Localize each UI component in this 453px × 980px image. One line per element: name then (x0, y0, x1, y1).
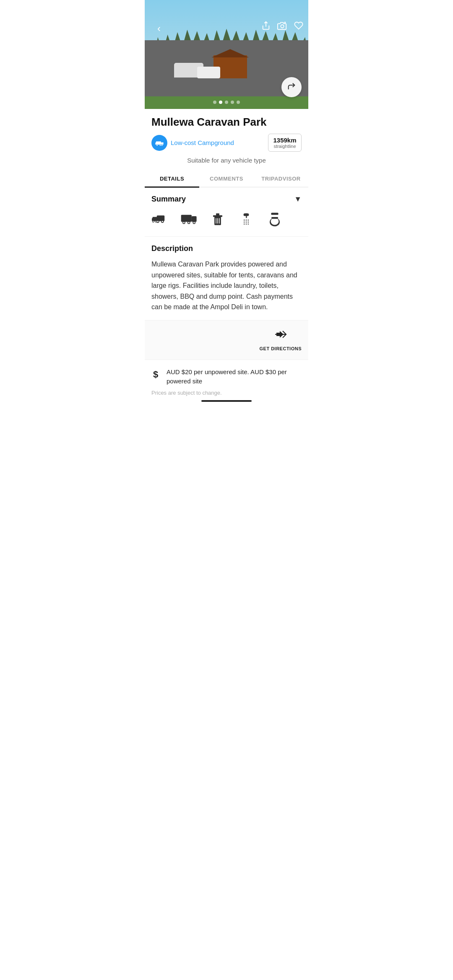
amenity-dump-point (208, 210, 227, 229)
directions-section: GET DIRECTIONS (145, 321, 308, 360)
back-button[interactable]: ‹ (151, 21, 167, 36)
back-chevron-icon: ‹ (157, 23, 161, 34)
pricing-row: $ AUD $20 per unpowered site. AUD $30 pe… (151, 367, 302, 386)
pricing-section: $ AUD $20 per unpowered site. AUD $30 pe… (145, 360, 308, 409)
description-section: Description Mullewa Caravan Park provide… (145, 237, 308, 321)
svg-rect-53 (271, 217, 278, 219)
svg-text:$: $ (153, 369, 158, 380)
tab-comments[interactable]: COMMENTS (199, 171, 254, 187)
svg-point-16 (157, 221, 159, 222)
svg-rect-11 (161, 142, 164, 145)
place-title: Mullewa Caravan Park (151, 116, 302, 129)
camera-add-icon[interactable] (277, 21, 287, 33)
svg-rect-8 (155, 142, 156, 145)
distance-value: 1359km (273, 137, 297, 144)
svg-point-46 (248, 222, 249, 222)
svg-point-9 (156, 144, 158, 145)
directions-icon (274, 329, 287, 344)
svg-point-49 (248, 224, 249, 225)
chevron-down-icon: ▼ (294, 195, 302, 204)
svg-point-12 (161, 144, 162, 145)
hero-action-icons (261, 21, 303, 33)
svg-point-24 (156, 221, 157, 222)
type-row: Low-cost Campground 1359km straightline (151, 134, 302, 152)
type-label: Low-cost Campground (171, 139, 234, 146)
svg-rect-26 (192, 216, 197, 222)
dot-5 (237, 101, 240, 104)
svg-point-18 (162, 221, 163, 222)
tab-details[interactable]: DETAILS (145, 171, 199, 187)
main-content: Mullewa Caravan Park Low-cost Campground… (145, 109, 308, 187)
dot-2 (219, 101, 222, 104)
favorite-icon[interactable] (294, 21, 303, 33)
svg-point-28 (183, 222, 185, 223)
type-badge: Low-cost Campground (151, 135, 234, 151)
svg-point-45 (246, 222, 247, 222)
svg-rect-20 (153, 217, 156, 219)
amenity-large-rig (180, 210, 198, 229)
distance-box: 1359km straightline (268, 134, 302, 152)
summary-header[interactable]: Summary ▼ (151, 195, 302, 204)
dot-1 (213, 101, 216, 104)
tabs-row: DETAILS COMMENTS TRIPADVISOR (145, 171, 308, 187)
amenity-shower (237, 210, 255, 229)
summary-section: Summary ▼ (145, 187, 308, 237)
summary-title: Summary (151, 195, 186, 204)
campground-type-icon (151, 135, 167, 151)
svg-point-10 (159, 144, 161, 145)
get-directions-button[interactable]: GET DIRECTIONS (259, 329, 302, 351)
distance-label: straightline (273, 144, 297, 149)
svg-point-22 (153, 221, 154, 222)
svg-point-41 (244, 220, 245, 220)
svg-point-47 (244, 224, 245, 225)
svg-point-30 (188, 222, 189, 223)
amenity-toilet (266, 210, 284, 229)
svg-rect-50 (271, 213, 278, 215)
svg-rect-25 (181, 215, 192, 222)
svg-point-4 (281, 25, 284, 28)
share-icon[interactable] (261, 21, 271, 33)
dollar-icon: $ (151, 368, 161, 383)
status-bar: 14:40 ➤ (145, 0, 308, 18)
share-round-button[interactable] (281, 77, 302, 97)
amenities-row (151, 210, 302, 229)
svg-point-32 (193, 222, 195, 223)
directions-label: GET DIRECTIONS (259, 346, 302, 351)
image-dots (213, 101, 240, 104)
svg-rect-40 (246, 213, 247, 218)
svg-point-42 (246, 220, 247, 220)
pricing-text: AUD $20 per unpowered site. AUD $30 per … (167, 367, 302, 386)
svg-rect-35 (216, 213, 219, 215)
svg-point-44 (244, 222, 245, 222)
dot-4 (231, 101, 234, 104)
amenity-caravan-car (151, 210, 170, 229)
svg-point-43 (248, 220, 249, 220)
dot-3 (225, 101, 228, 104)
svg-point-48 (246, 224, 247, 225)
description-text: Mullewa Caravan Park provides powered an… (151, 259, 302, 313)
description-title: Description (151, 244, 302, 253)
share-round-icon (287, 82, 296, 93)
tab-tripadvisor[interactable]: TRIPADVISOR (254, 171, 308, 187)
vehicle-suitability: Suitable for any vehicle type (151, 157, 302, 164)
home-indicator (201, 400, 252, 402)
price-note: Prices are subject to change. (151, 390, 302, 396)
